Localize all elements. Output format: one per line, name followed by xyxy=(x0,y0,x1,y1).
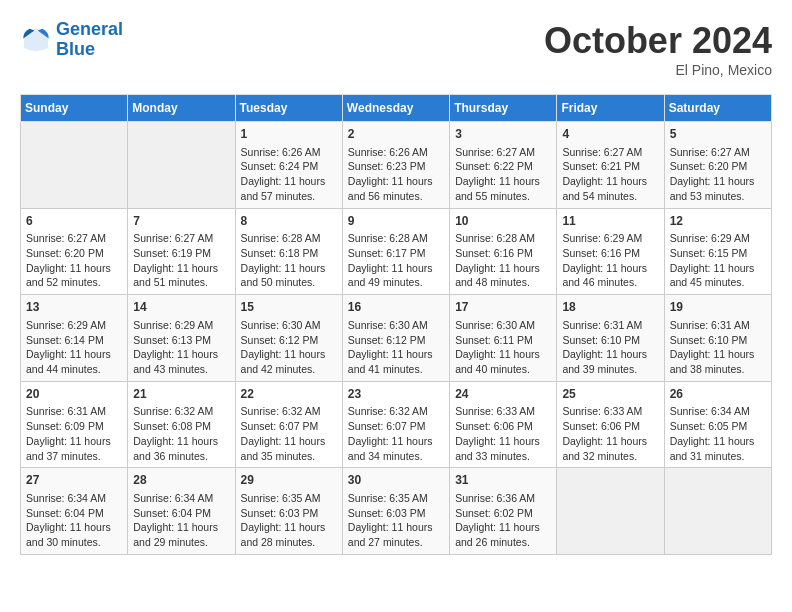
calendar-cell: 26Sunrise: 6:34 AMSunset: 6:05 PMDayligh… xyxy=(664,381,771,468)
title-area: October 2024 El Pino, Mexico xyxy=(544,20,772,78)
sunset-time: Sunset: 6:11 PM xyxy=(455,333,551,348)
week-row-1: 1Sunrise: 6:26 AMSunset: 6:24 PMDaylight… xyxy=(21,122,772,209)
sunrise-time: Sunrise: 6:34 AM xyxy=(26,491,122,506)
page-header: General Blue October 2024 El Pino, Mexic… xyxy=(20,20,772,78)
sunrise-time: Sunrise: 6:33 AM xyxy=(455,404,551,419)
day-number: 13 xyxy=(26,299,122,316)
sunrise-time: Sunrise: 6:30 AM xyxy=(455,318,551,333)
daylight-hours: Daylight: 11 hours and 28 minutes. xyxy=(241,520,337,549)
daylight-hours: Daylight: 11 hours and 53 minutes. xyxy=(670,174,766,203)
sunrise-time: Sunrise: 6:34 AM xyxy=(670,404,766,419)
day-number: 12 xyxy=(670,213,766,230)
daylight-hours: Daylight: 11 hours and 52 minutes. xyxy=(26,261,122,290)
calendar-cell: 28Sunrise: 6:34 AMSunset: 6:04 PMDayligh… xyxy=(128,468,235,555)
calendar-cell: 19Sunrise: 6:31 AMSunset: 6:10 PMDayligh… xyxy=(664,295,771,382)
calendar-cell xyxy=(128,122,235,209)
sunrise-time: Sunrise: 6:26 AM xyxy=(241,145,337,160)
location: El Pino, Mexico xyxy=(544,62,772,78)
sunrise-time: Sunrise: 6:29 AM xyxy=(133,318,229,333)
daylight-hours: Daylight: 11 hours and 37 minutes. xyxy=(26,434,122,463)
sunrise-time: Sunrise: 6:29 AM xyxy=(562,231,658,246)
sunset-time: Sunset: 6:02 PM xyxy=(455,506,551,521)
sunrise-time: Sunrise: 6:27 AM xyxy=(26,231,122,246)
sunset-time: Sunset: 6:16 PM xyxy=(455,246,551,261)
calendar-cell: 22Sunrise: 6:32 AMSunset: 6:07 PMDayligh… xyxy=(235,381,342,468)
calendar-cell: 25Sunrise: 6:33 AMSunset: 6:06 PMDayligh… xyxy=(557,381,664,468)
daylight-hours: Daylight: 11 hours and 45 minutes. xyxy=(670,261,766,290)
day-header-friday: Friday xyxy=(557,95,664,122)
daylight-hours: Daylight: 11 hours and 56 minutes. xyxy=(348,174,444,203)
sunset-time: Sunset: 6:15 PM xyxy=(670,246,766,261)
day-number: 29 xyxy=(241,472,337,489)
sunset-time: Sunset: 6:09 PM xyxy=(26,419,122,434)
day-number: 2 xyxy=(348,126,444,143)
day-number: 4 xyxy=(562,126,658,143)
calendar-cell xyxy=(21,122,128,209)
sunset-time: Sunset: 6:03 PM xyxy=(348,506,444,521)
week-row-5: 27Sunrise: 6:34 AMSunset: 6:04 PMDayligh… xyxy=(21,468,772,555)
calendar-table: SundayMondayTuesdayWednesdayThursdayFrid… xyxy=(20,94,772,555)
daylight-hours: Daylight: 11 hours and 54 minutes. xyxy=(562,174,658,203)
sunset-time: Sunset: 6:03 PM xyxy=(241,506,337,521)
sunset-time: Sunset: 6:18 PM xyxy=(241,246,337,261)
sunrise-time: Sunrise: 6:31 AM xyxy=(670,318,766,333)
calendar-cell: 4Sunrise: 6:27 AMSunset: 6:21 PMDaylight… xyxy=(557,122,664,209)
sunrise-time: Sunrise: 6:27 AM xyxy=(133,231,229,246)
daylight-hours: Daylight: 11 hours and 49 minutes. xyxy=(348,261,444,290)
daylight-hours: Daylight: 11 hours and 38 minutes. xyxy=(670,347,766,376)
day-header-wednesday: Wednesday xyxy=(342,95,449,122)
sunrise-time: Sunrise: 6:30 AM xyxy=(241,318,337,333)
daylight-hours: Daylight: 11 hours and 55 minutes. xyxy=(455,174,551,203)
daylight-hours: Daylight: 11 hours and 43 minutes. xyxy=(133,347,229,376)
calendar-cell: 15Sunrise: 6:30 AMSunset: 6:12 PMDayligh… xyxy=(235,295,342,382)
calendar-cell: 2Sunrise: 6:26 AMSunset: 6:23 PMDaylight… xyxy=(342,122,449,209)
day-number: 6 xyxy=(26,213,122,230)
daylight-hours: Daylight: 11 hours and 57 minutes. xyxy=(241,174,337,203)
daylight-hours: Daylight: 11 hours and 30 minutes. xyxy=(26,520,122,549)
sunset-time: Sunset: 6:10 PM xyxy=(562,333,658,348)
sunset-time: Sunset: 6:06 PM xyxy=(455,419,551,434)
sunset-time: Sunset: 6:08 PM xyxy=(133,419,229,434)
day-number: 3 xyxy=(455,126,551,143)
calendar-cell: 5Sunrise: 6:27 AMSunset: 6:20 PMDaylight… xyxy=(664,122,771,209)
calendar-cell: 6Sunrise: 6:27 AMSunset: 6:20 PMDaylight… xyxy=(21,208,128,295)
sunset-time: Sunset: 6:20 PM xyxy=(670,159,766,174)
day-number: 5 xyxy=(670,126,766,143)
sunrise-time: Sunrise: 6:31 AM xyxy=(26,404,122,419)
sunset-time: Sunset: 6:16 PM xyxy=(562,246,658,261)
daylight-hours: Daylight: 11 hours and 36 minutes. xyxy=(133,434,229,463)
day-number: 11 xyxy=(562,213,658,230)
sunset-time: Sunset: 6:12 PM xyxy=(348,333,444,348)
daylight-hours: Daylight: 11 hours and 42 minutes. xyxy=(241,347,337,376)
month-title: October 2024 xyxy=(544,20,772,62)
sunrise-time: Sunrise: 6:32 AM xyxy=(348,404,444,419)
sunset-time: Sunset: 6:24 PM xyxy=(241,159,337,174)
sunset-time: Sunset: 6:07 PM xyxy=(348,419,444,434)
day-header-sunday: Sunday xyxy=(21,95,128,122)
daylight-hours: Daylight: 11 hours and 27 minutes. xyxy=(348,520,444,549)
sunset-time: Sunset: 6:19 PM xyxy=(133,246,229,261)
calendar-cell: 30Sunrise: 6:35 AMSunset: 6:03 PMDayligh… xyxy=(342,468,449,555)
daylight-hours: Daylight: 11 hours and 34 minutes. xyxy=(348,434,444,463)
calendar-cell: 13Sunrise: 6:29 AMSunset: 6:14 PMDayligh… xyxy=(21,295,128,382)
daylight-hours: Daylight: 11 hours and 46 minutes. xyxy=(562,261,658,290)
sunset-time: Sunset: 6:23 PM xyxy=(348,159,444,174)
daylight-hours: Daylight: 11 hours and 31 minutes. xyxy=(670,434,766,463)
calendar-cell: 20Sunrise: 6:31 AMSunset: 6:09 PMDayligh… xyxy=(21,381,128,468)
daylight-hours: Daylight: 11 hours and 33 minutes. xyxy=(455,434,551,463)
day-number: 27 xyxy=(26,472,122,489)
calendar-cell: 9Sunrise: 6:28 AMSunset: 6:17 PMDaylight… xyxy=(342,208,449,295)
day-number: 1 xyxy=(241,126,337,143)
day-number: 28 xyxy=(133,472,229,489)
sunset-time: Sunset: 6:12 PM xyxy=(241,333,337,348)
sunrise-time: Sunrise: 6:36 AM xyxy=(455,491,551,506)
sunrise-time: Sunrise: 6:28 AM xyxy=(455,231,551,246)
sunrise-time: Sunrise: 6:28 AM xyxy=(241,231,337,246)
day-number: 8 xyxy=(241,213,337,230)
daylight-hours: Daylight: 11 hours and 51 minutes. xyxy=(133,261,229,290)
daylight-hours: Daylight: 11 hours and 39 minutes. xyxy=(562,347,658,376)
calendar-cell: 8Sunrise: 6:28 AMSunset: 6:18 PMDaylight… xyxy=(235,208,342,295)
calendar-cell: 11Sunrise: 6:29 AMSunset: 6:16 PMDayligh… xyxy=(557,208,664,295)
calendar-cell xyxy=(557,468,664,555)
day-number: 15 xyxy=(241,299,337,316)
